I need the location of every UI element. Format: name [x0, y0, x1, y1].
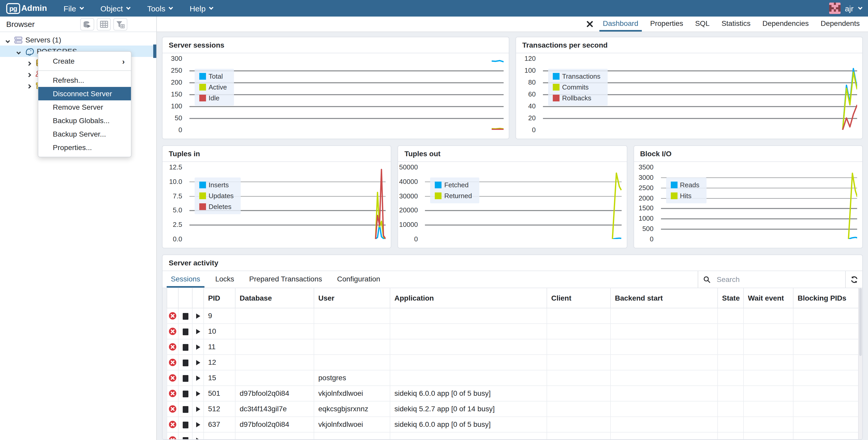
- cell-application[interactable]: sidekiq 6.0.0 app [0 of 5 busy]: [390, 416, 547, 432]
- menubar-item[interactable]: File: [64, 4, 83, 13]
- column-header[interactable]: PID: [204, 288, 235, 308]
- cell-state[interactable]: [718, 354, 744, 370]
- cell-pid[interactable]: 9: [204, 308, 235, 323]
- cell-state[interactable]: [718, 308, 744, 323]
- terminate-session-cell[interactable]: [167, 385, 178, 401]
- cell-database[interactable]: [235, 323, 314, 339]
- cell-client[interactable]: [547, 370, 611, 385]
- cell-backend-start[interactable]: [611, 308, 718, 323]
- cell-blocking-pids[interactable]: [793, 401, 859, 416]
- cell-application[interactable]: [390, 339, 547, 354]
- activity-tab[interactable]: Configuration: [333, 271, 384, 288]
- cell-application[interactable]: [390, 323, 547, 339]
- collapsed-chevron-icon[interactable]: [25, 81, 33, 90]
- collapsed-chevron-icon[interactable]: [25, 59, 33, 67]
- refresh-button[interactable]: [845, 271, 862, 288]
- context-menu-item[interactable]: Disconnect Server ›: [38, 87, 131, 100]
- expand-chevron-icon[interactable]: [4, 36, 11, 44]
- column-header[interactable]: Backend start: [611, 288, 718, 308]
- expand-row-cell[interactable]: [192, 385, 204, 401]
- context-menu-item[interactable]: Properties... ›: [38, 141, 131, 154]
- cell-backend-start[interactable]: [611, 339, 718, 354]
- menubar-item[interactable]: Help: [190, 4, 213, 13]
- main-tab[interactable]: Dependencies: [759, 17, 812, 32]
- cell-state[interactable]: [718, 432, 744, 439]
- cell-wait-event[interactable]: [744, 416, 793, 432]
- cell-client[interactable]: [547, 308, 611, 323]
- expand-row-cell[interactable]: [192, 323, 204, 339]
- terminate-session-cell[interactable]: [167, 370, 178, 385]
- cell-state[interactable]: [718, 401, 744, 416]
- user-menu[interactable]: ajr: [830, 3, 862, 14]
- cell-database[interactable]: dc3t4f143gil7e: [235, 401, 314, 416]
- cell-pid[interactable]: 10: [204, 323, 235, 339]
- cancel-query-cell[interactable]: [178, 323, 192, 339]
- expand-chevron-icon[interactable]: [15, 47, 22, 55]
- collapsed-chevron-icon[interactable]: [25, 70, 33, 78]
- cell-user[interactable]: [314, 308, 390, 323]
- column-header[interactable]: Application: [390, 288, 547, 308]
- cell-blocking-pids[interactable]: [793, 339, 859, 354]
- table-scrollbar[interactable]: [858, 288, 862, 439]
- main-tab[interactable]: SQL: [691, 17, 713, 32]
- cancel-query-cell[interactable]: [178, 354, 192, 370]
- expand-row-cell[interactable]: [192, 339, 204, 354]
- cancel-query-cell[interactable]: [178, 308, 192, 323]
- cell-client[interactable]: [547, 323, 611, 339]
- cell-application[interactable]: [390, 432, 547, 439]
- cell-application[interactable]: [390, 370, 547, 385]
- cell-pid[interactable]: [204, 432, 235, 439]
- cell-wait-event[interactable]: [744, 432, 793, 439]
- cell-user[interactable]: [314, 323, 390, 339]
- menubar-item[interactable]: Tools: [147, 4, 173, 13]
- cell-wait-event[interactable]: [744, 385, 793, 401]
- cell-backend-start[interactable]: [611, 385, 718, 401]
- column-header[interactable]: Blocking PIDs: [793, 288, 859, 308]
- terminate-session-cell[interactable]: [167, 416, 178, 432]
- cell-user[interactable]: [314, 432, 390, 439]
- terminate-session-cell[interactable]: [167, 432, 178, 439]
- cell-pid[interactable]: 637: [204, 416, 235, 432]
- context-menu-item[interactable]: Backup Server... ›: [38, 127, 131, 141]
- cell-blocking-pids[interactable]: [793, 354, 859, 370]
- cell-client[interactable]: [547, 401, 611, 416]
- cell-wait-event[interactable]: [744, 354, 793, 370]
- cell-blocking-pids[interactable]: [793, 432, 859, 439]
- cell-pid[interactable]: 15: [204, 370, 235, 385]
- cell-user[interactable]: eqkcsgbjsrxnnz: [314, 401, 390, 416]
- cancel-query-cell[interactable]: [178, 432, 192, 439]
- terminate-session-cell[interactable]: [167, 401, 178, 416]
- cell-state[interactable]: [718, 416, 744, 432]
- table-scrollbar-thumb[interactable]: [859, 288, 862, 356]
- column-header[interactable]: User: [314, 288, 390, 308]
- search-input[interactable]: [716, 275, 840, 284]
- cell-blocking-pids[interactable]: [793, 416, 859, 432]
- view-data-button[interactable]: [97, 18, 111, 31]
- context-menu-item[interactable]: ›: [38, 70, 131, 71]
- cell-backend-start[interactable]: [611, 354, 718, 370]
- main-tab[interactable]: Statistics: [718, 17, 754, 32]
- cell-wait-event[interactable]: [744, 370, 793, 385]
- cell-wait-event[interactable]: [744, 323, 793, 339]
- expand-row-cell[interactable]: [192, 354, 204, 370]
- cancel-query-cell[interactable]: [178, 385, 192, 401]
- activity-tab[interactable]: Sessions: [167, 271, 205, 288]
- cell-database[interactable]: [235, 370, 314, 385]
- browser-scrollbar-thumb[interactable]: [153, 44, 156, 58]
- context-menu-item[interactable]: Create ›: [38, 54, 131, 68]
- close-panel-button[interactable]: [580, 17, 599, 32]
- cell-pid[interactable]: 512: [204, 401, 235, 416]
- cell-user[interactable]: vkjolnfxdlwoei: [314, 416, 390, 432]
- cell-user[interactable]: vkjolnfxdlwoei: [314, 385, 390, 401]
- cell-state[interactable]: [718, 370, 744, 385]
- cancel-query-cell[interactable]: [178, 416, 192, 432]
- cell-pid[interactable]: 12: [204, 354, 235, 370]
- cell-blocking-pids[interactable]: [793, 370, 859, 385]
- terminate-session-cell[interactable]: [167, 354, 178, 370]
- menubar-item[interactable]: Object: [100, 4, 130, 13]
- cell-pid[interactable]: 501: [204, 385, 235, 401]
- context-menu-item[interactable]: Refresh... ›: [38, 73, 131, 87]
- cell-wait-event[interactable]: [744, 401, 793, 416]
- cell-application[interactable]: [390, 354, 547, 370]
- query-tool-button[interactable]: [80, 18, 94, 31]
